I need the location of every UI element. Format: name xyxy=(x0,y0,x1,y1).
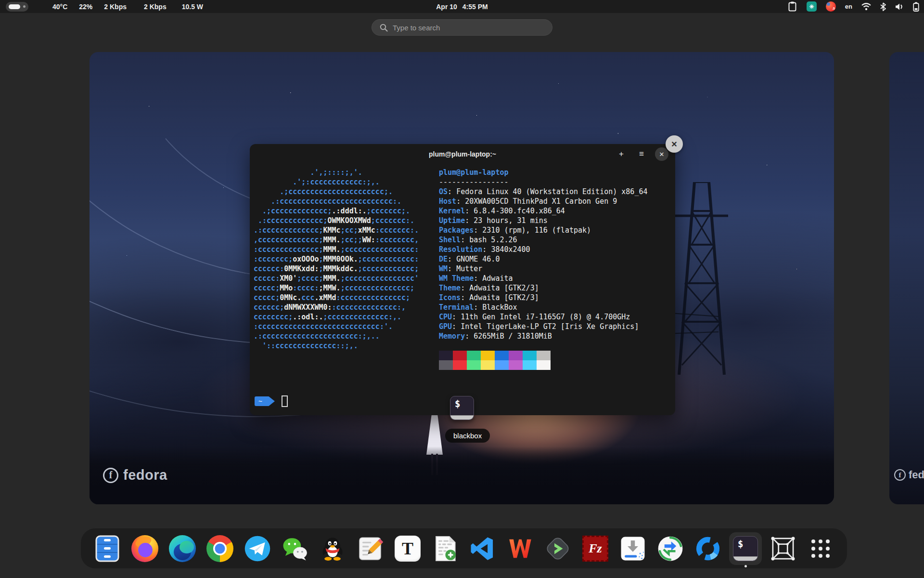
system-tray: ✳ .0 en xyxy=(787,1,919,12)
terminal-headerbar: plum@plum-laptop:~ + ≡ ✕ xyxy=(250,144,675,164)
terminal-color-palette xyxy=(439,351,647,370)
dock-chrome-icon[interactable] xyxy=(206,535,234,563)
close-button[interactable]: ✕ xyxy=(655,147,668,161)
search-input[interactable]: Type to search xyxy=(372,19,552,36)
fastfetch-field: Memory: 6265MiB / 31810MiB xyxy=(439,331,647,341)
prompt-powerline-segment: ~ xyxy=(255,396,275,406)
wifi-icon[interactable] xyxy=(861,3,871,11)
fastfetch-field: Terminal: BlackBox xyxy=(439,302,647,312)
fastfetch-field: Kernel: 6.8.4-300.fc40.x86_64 xyxy=(439,206,647,216)
fedora-logo-icon: f xyxy=(103,468,118,483)
palette-swatch xyxy=(439,351,453,360)
dock-telegram-icon[interactable] xyxy=(244,535,271,563)
new-tab-button[interactable]: + xyxy=(615,147,628,161)
net-down-stat: 2 Kbps xyxy=(144,3,167,11)
fastfetch-field: Icons: Adwaita [GTK2/3] xyxy=(439,293,647,302)
fastfetch-field: Host: 20XWA005CD ThinkPad X1 Carbon Gen … xyxy=(439,197,647,206)
top-bar: 40°C 22% 2 Kbps 2 Kbps 10.5 W Apr 10 4:5… xyxy=(0,0,924,13)
dock-firefox-icon[interactable] xyxy=(131,535,159,563)
window-title: plum@plum-laptop:~ xyxy=(429,150,496,158)
fastfetch-field: GPU: Intel TigerLake-LP GT2 [Iris Xe Gra… xyxy=(439,322,647,331)
net-up-stat: 2 Kbps xyxy=(104,3,127,11)
fastfetch-fields: OS: Fedora Linux 40 (Workstation Edition… xyxy=(439,187,647,341)
clipboard-icon[interactable] xyxy=(787,1,797,12)
palette-swatch xyxy=(439,360,453,370)
fastfetch-user-host: plum@plum-laptop xyxy=(439,168,647,177)
palette-swatch xyxy=(509,360,523,370)
menu-button[interactable]: ≡ xyxy=(635,147,648,161)
fastfetch-output: plum@plum-laptop ---------------- OS: Fe… xyxy=(439,168,647,370)
clock-date: Apr 10 xyxy=(436,3,457,11)
palette-swatch xyxy=(481,351,495,360)
fastfetch-field: WM: Mutter xyxy=(439,264,647,274)
palette-swatch xyxy=(495,360,509,370)
search-row: Type to search xyxy=(0,19,924,36)
window-caption-label[interactable]: blackbox xyxy=(445,429,490,443)
fastfetch-separator: ---------------- xyxy=(439,177,647,187)
clock-time: 4:55 PM xyxy=(462,3,488,11)
volume-icon[interactable] xyxy=(895,3,904,11)
dock-gnome-boxes-icon[interactable] xyxy=(769,535,797,563)
dock-typora-icon[interactable]: T xyxy=(394,535,422,563)
battery-percent-stat: 22% xyxy=(79,3,92,11)
dock-download-manager-icon[interactable] xyxy=(619,535,647,563)
app-grid-button[interactable] xyxy=(807,535,834,563)
dock-sync-remote-icon[interactable] xyxy=(656,535,684,563)
app-grid-dots-icon xyxy=(811,539,830,558)
palette-swatch xyxy=(495,351,509,360)
fastfetch-field: WM Theme: Adwaita xyxy=(439,274,647,283)
palette-swatch xyxy=(509,351,523,360)
dock-blue-ring-downloader-icon[interactable] xyxy=(694,535,722,563)
search-placeholder: Type to search xyxy=(393,24,440,32)
fastfetch-field: Theme: Adwaita [GTK2/3] xyxy=(439,283,647,293)
gnome-overview-screen: 40°C 22% 2 Kbps 2 Kbps 10.5 W Apr 10 4:5… xyxy=(0,0,924,578)
dock-qq-icon[interactable] xyxy=(319,535,346,563)
fedora-watermark: f fedora xyxy=(103,467,167,483)
blackbox-app-icon[interactable]: $ xyxy=(450,396,474,420)
palette-swatch xyxy=(453,360,467,370)
palette-swatch xyxy=(453,351,467,360)
dock-files-icon[interactable] xyxy=(93,535,121,563)
dock-vscode-icon[interactable] xyxy=(469,535,497,563)
netspeed-app-icon[interactable]: .0 xyxy=(826,1,836,12)
fedora-watermark-small: f fedora xyxy=(894,469,924,481)
fastfetch-field: Resolution: 3840x2400 xyxy=(439,245,647,254)
activities-workspace-indicator[interactable] xyxy=(6,2,28,12)
bluetooth-icon[interactable] xyxy=(880,2,886,11)
clock-menu[interactable]: Apr 10 4:55 PM xyxy=(436,3,488,11)
palette-swatch xyxy=(523,360,537,370)
dash-dock: T Fz $ xyxy=(81,528,847,568)
fastfetch-field: Uptime: 23 hours, 31 mins xyxy=(439,216,647,225)
fastfetch-field: OS: Fedora Linux 40 (Workstation Edition… xyxy=(439,187,647,197)
fastfetch-field: Shell: bash 5.2.26 xyxy=(439,235,647,245)
dock-blackbox-terminal-icon[interactable]: $ xyxy=(732,535,759,563)
dock-green-arrow-remote-icon[interactable] xyxy=(544,535,572,563)
fastfetch-field: DE: GNOME 46.0 xyxy=(439,254,647,264)
palette-swatch xyxy=(467,360,481,370)
system-stats[interactable]: 40°C 22% 2 Kbps 2 Kbps 10.5 W xyxy=(52,3,203,11)
terminal-cursor xyxy=(282,395,288,407)
fastfetch-field: CPU: 11th Gen Intel i7-1165G7 (8) @ 4.70… xyxy=(439,312,647,322)
workspace-preview-next[interactable]: f fedora xyxy=(889,52,924,504)
dock-filezilla-icon[interactable]: Fz xyxy=(581,535,609,563)
dock-edge-icon[interactable] xyxy=(168,535,196,563)
palette-swatch xyxy=(537,351,551,360)
palette-swatch xyxy=(481,360,495,370)
workspace-current-pill xyxy=(9,4,20,9)
fastfetch-field: Packages: 2310 (rpm), 116 (flatpak) xyxy=(439,225,647,235)
palette-swatch xyxy=(467,351,481,360)
field-silhouette xyxy=(90,447,834,504)
input-method-indicator[interactable]: en xyxy=(845,3,852,10)
dock-wps-office-icon[interactable] xyxy=(506,535,534,563)
workspace-dot xyxy=(23,5,26,8)
palette-swatch xyxy=(523,351,537,360)
dock-text-editor-icon[interactable] xyxy=(356,535,384,563)
window-close-overlay-button[interactable]: ✕ xyxy=(666,135,683,153)
power-draw-stat: 10.5 W xyxy=(182,3,203,11)
battery-icon[interactable] xyxy=(913,2,919,12)
dock-wechat-icon[interactable] xyxy=(281,535,309,563)
snowflake-app-icon[interactable]: ✳ xyxy=(807,1,817,12)
dock-new-document-icon[interactable] xyxy=(431,535,459,563)
terminal-content: .',;::::;,'. .';:cccccccccccc:;,. .;cccc… xyxy=(250,164,675,415)
terminal-window[interactable]: plum@plum-laptop:~ + ≡ ✕ .',;::::;,'. .'… xyxy=(250,144,675,415)
